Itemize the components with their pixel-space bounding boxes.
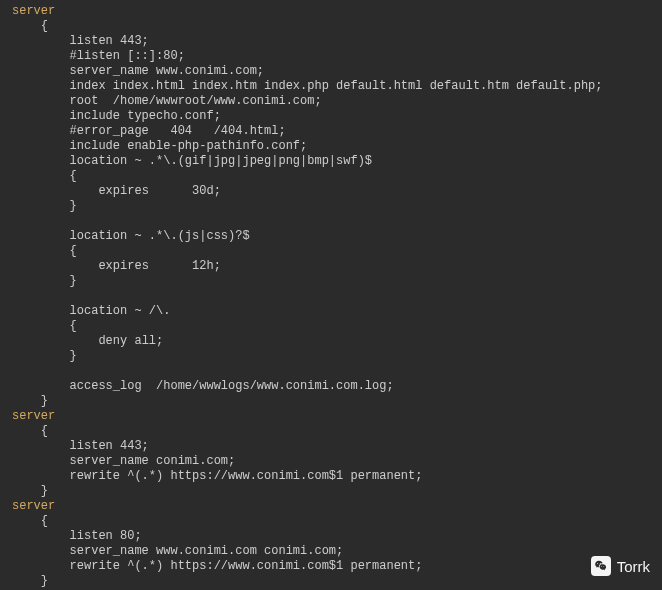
code-line: expires 12h; xyxy=(0,259,662,274)
code-line: location ~ .*\.(js|css)?$ xyxy=(0,229,662,244)
code-line: server xyxy=(0,4,662,19)
code-line: server xyxy=(0,499,662,514)
code-line: server xyxy=(0,409,662,424)
code-line: location ~ /\. xyxy=(0,304,662,319)
code-line: listen 443; xyxy=(0,34,662,49)
code-block: server { listen 443; #listen [::]:80; se… xyxy=(0,0,662,590)
watermark: Torrk xyxy=(591,556,650,576)
code-line: access_log /home/wwwlogs/www.conimi.com.… xyxy=(0,379,662,394)
code-line: index index.html index.htm index.php def… xyxy=(0,79,662,94)
code-line: { xyxy=(0,19,662,34)
code-line: } xyxy=(0,199,662,214)
code-line xyxy=(0,364,662,379)
code-line: listen 443; xyxy=(0,439,662,454)
code-line: deny all; xyxy=(0,334,662,349)
code-line: server_name www.conimi.com conimi.com; xyxy=(0,544,662,559)
code-line: #error_page 404 /404.html; xyxy=(0,124,662,139)
code-line xyxy=(0,214,662,229)
code-line: } xyxy=(0,574,662,589)
code-line: } xyxy=(0,349,662,364)
code-line: } xyxy=(0,274,662,289)
code-line: expires 30d; xyxy=(0,184,662,199)
code-line: } xyxy=(0,394,662,409)
wechat-icon xyxy=(591,556,611,576)
code-line: { xyxy=(0,244,662,259)
code-line: { xyxy=(0,514,662,529)
code-line: } xyxy=(0,484,662,499)
code-line: include typecho.conf; xyxy=(0,109,662,124)
watermark-label: Torrk xyxy=(617,558,650,575)
code-line: server_name conimi.com; xyxy=(0,454,662,469)
code-line: #listen [::]:80; xyxy=(0,49,662,64)
code-line: rewrite ^(.*) https://www.conimi.com$1 p… xyxy=(0,469,662,484)
code-line: { xyxy=(0,424,662,439)
code-line xyxy=(0,289,662,304)
code-line: { xyxy=(0,319,662,334)
code-line: listen 80; xyxy=(0,529,662,544)
code-line: { xyxy=(0,169,662,184)
code-line: location ~ .*\.(gif|jpg|jpeg|png|bmp|swf… xyxy=(0,154,662,169)
code-line: server_name www.conimi.com; xyxy=(0,64,662,79)
code-line: root /home/wwwroot/www.conimi.com; xyxy=(0,94,662,109)
code-line: rewrite ^(.*) https://www.conimi.com$1 p… xyxy=(0,559,662,574)
code-line: include enable-php-pathinfo.conf; xyxy=(0,139,662,154)
